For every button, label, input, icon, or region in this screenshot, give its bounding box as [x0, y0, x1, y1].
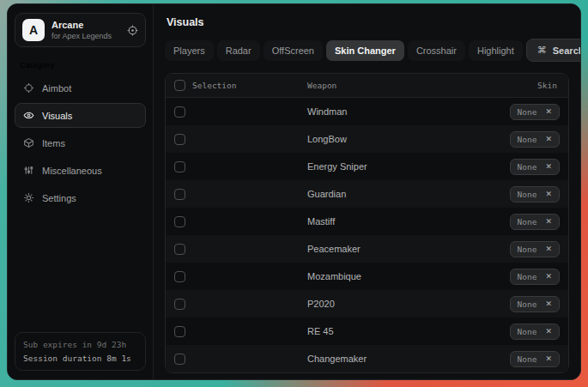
skin-badge[interactable]: None ✕ [510, 351, 560, 367]
tab-bar: Players Radar OffScreen Skin Changer Cro… [165, 39, 569, 62]
select-all-checkbox[interactable] [174, 80, 185, 91]
skin-value: None [518, 272, 537, 281]
row-checkbox[interactable] [174, 271, 185, 282]
skin-badge[interactable]: None ✕ [510, 214, 560, 230]
weapon-name: Mastiff [307, 216, 335, 227]
clear-skin-icon[interactable]: ✕ [545, 354, 552, 363]
sidebar-item-settings[interactable]: Settings [15, 185, 146, 210]
main-panel: Visuals Players Radar OffScreen Skin Cha… [154, 4, 580, 379]
weapon-name: LongBow [307, 134, 347, 144]
tab-skin-changer[interactable]: Skin Changer [326, 40, 404, 61]
skin-badge[interactable]: None ✕ [510, 104, 560, 120]
row-checkbox[interactable] [174, 161, 185, 172]
column-header-selection: Selection [192, 81, 236, 90]
row-checkbox[interactable] [174, 244, 185, 255]
skin-badge[interactable]: None ✕ [510, 296, 560, 312]
row-checkbox[interactable] [174, 134, 185, 145]
weapon-name: Mozambique [307, 271, 361, 281]
weapon-name: Energy Sniper [307, 161, 367, 172]
app-logo: A [22, 19, 45, 41]
row-checkbox[interactable] [174, 299, 185, 310]
clear-skin-icon[interactable]: ✕ [545, 299, 552, 308]
tab-radar[interactable]: Radar [217, 40, 260, 61]
table-row-peacemaker[interactable]: Peacemaker None ✕ [166, 235, 568, 263]
app-meta: Arcane for Apex Legends [52, 20, 112, 40]
table-row-windman[interactable]: Windman None ✕ [166, 98, 568, 125]
sidebar-item-items[interactable]: Items [15, 130, 146, 155]
sidebar: A Arcane for Apex Legends Category [8, 4, 154, 379]
skin-value: None [518, 327, 537, 336]
table-body: Windman None ✕ LongBow None ✕ [166, 98, 568, 372]
sidebar-item-label: Miscellaneous [42, 166, 102, 176]
clear-skin-icon[interactable]: ✕ [545, 190, 552, 198]
skin-value: None [518, 245, 537, 254]
clear-skin-icon[interactable]: ✕ [545, 135, 552, 143]
page-title: Visuals [167, 16, 569, 28]
tab-players[interactable]: Players [165, 40, 214, 61]
tab-offscreen[interactable]: OffScreen [264, 40, 323, 61]
sliders-icon [23, 165, 34, 176]
app-subtitle: for Apex Legends [52, 32, 112, 40]
category-label: Category [20, 61, 141, 70]
command-key-icon: ⌘ [537, 45, 547, 56]
row-checkbox[interactable] [174, 326, 185, 337]
clear-skin-icon[interactable]: ✕ [545, 162, 552, 171]
clear-skin-icon[interactable]: ✕ [545, 245, 552, 253]
table-header-row: Selection Weapon Skin [166, 74, 568, 98]
gear-icon [23, 192, 34, 203]
app-window: A Arcane for Apex Legends Category [7, 3, 581, 380]
session-duration-text: Session duration 8m 1s [23, 354, 137, 363]
column-header-weapon: Weapon [307, 81, 336, 90]
skin-badge[interactable]: None ✕ [510, 186, 560, 203]
weapon-name: RE 45 [307, 326, 334, 336]
table-row-guardian[interactable]: Guardian None ✕ [166, 180, 568, 208]
skin-badge[interactable]: None ✕ [510, 159, 560, 175]
row-checkbox[interactable] [174, 216, 185, 227]
table-row-energy-sniper[interactable]: Energy Sniper None ✕ [166, 153, 568, 180]
sidebar-item-aimbot[interactable]: Aimbot [15, 76, 146, 100]
eye-icon [23, 110, 34, 121]
skin-badge[interactable]: None ✕ [510, 131, 560, 148]
column-header-skin: Skin [537, 81, 557, 90]
app-header-card: A Arcane for Apex Legends [15, 13, 146, 47]
weapon-name: Windman [307, 106, 347, 117]
skin-badge[interactable]: None ✕ [510, 241, 560, 257]
row-checkbox[interactable] [174, 189, 185, 200]
skin-value: None [518, 135, 537, 144]
crosshair-icon [23, 82, 34, 94]
sidebar-item-label: Settings [42, 193, 76, 203]
skin-value: None [518, 354, 537, 364]
sidebar-item-visuals[interactable]: Visuals [15, 103, 146, 128]
skin-badge[interactable]: None ✕ [510, 269, 560, 285]
weapon-name: P2020 [307, 299, 335, 309]
search-button-label: Search [553, 45, 581, 56]
table-row-mastiff[interactable]: Mastiff None ✕ [166, 208, 568, 235]
weapon-name: Guardian [307, 189, 346, 199]
table-row-changemaker[interactable]: Changemaker None ✕ [166, 345, 568, 372]
clear-skin-icon[interactable]: ✕ [545, 272, 552, 281]
sidebar-item-label: Items [42, 138, 65, 148]
clear-skin-icon[interactable]: ✕ [545, 327, 552, 336]
row-checkbox[interactable] [174, 354, 185, 365]
app-name: Arcane [52, 20, 112, 30]
tab-highlight[interactable]: Highlight [469, 40, 523, 61]
table-row-p2020[interactable]: P2020 None ✕ [166, 290, 568, 317]
subscription-info-card: Sub expires in 9d 23h Session duration 8… [15, 332, 146, 371]
row-checkbox[interactable] [174, 106, 185, 118]
sidebar-item-miscellaneous[interactable]: Miscellaneous [15, 158, 146, 183]
table-row-re45[interactable]: RE 45 None ✕ [166, 317, 568, 345]
skin-value: None [518, 107, 537, 117]
sidebar-item-label: Visuals [42, 111, 72, 121]
skin-badge[interactable]: None ✕ [510, 324, 560, 340]
sidebar-item-label: Aimbot [42, 83, 71, 94]
search-button[interactable]: ⌘ Search [526, 39, 581, 62]
table-row-mozambique[interactable]: Mozambique None ✕ [166, 263, 568, 290]
table-row-longbow[interactable]: LongBow None ✕ [166, 125, 568, 153]
target-icon[interactable] [127, 25, 138, 36]
skin-value: None [518, 190, 537, 199]
skin-changer-table: Selection Weapon Skin Windman None ✕ Lon… [165, 73, 569, 373]
weapon-name: Changemaker [307, 354, 367, 364]
clear-skin-icon[interactable]: ✕ [545, 217, 552, 226]
tab-crosshair[interactable]: Crosshair [408, 40, 465, 61]
clear-skin-icon[interactable]: ✕ [545, 107, 552, 116]
